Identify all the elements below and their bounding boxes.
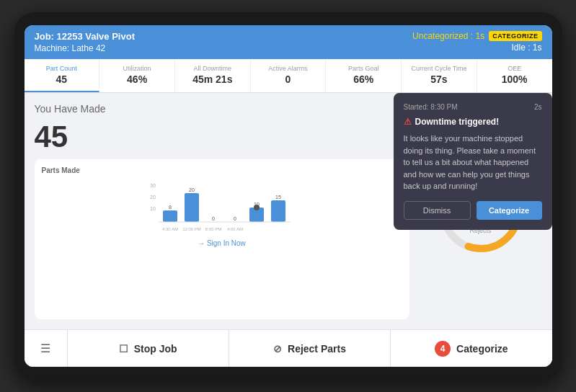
stat-part-count-label: Part Count <box>29 65 95 72</box>
svg-text:15: 15 <box>275 195 281 200</box>
stop-job-button[interactable]: ☐ Stop Job <box>68 330 229 367</box>
popup-title: ⚠ Downtime triggered! <box>404 117 542 127</box>
categorize-button[interactable]: 4 Categorize <box>391 330 551 367</box>
dismiss-button[interactable]: Dismiss <box>404 201 471 220</box>
stat-oee-value: 100% <box>482 74 548 85</box>
bottom-toolbar: ☰ ☐ Stop Job ⊘ Reject Parts 4 Categorize <box>25 329 552 367</box>
popup-started: Started: 8:30 PM <box>404 103 458 111</box>
stat-parts-goal[interactable]: Parts Goal 66% <box>326 59 402 92</box>
popup-body: It looks like your machine stopped doing… <box>404 133 542 192</box>
stat-alarms[interactable]: Active Alarms 0 <box>251 59 327 92</box>
header-job: Job: 12253 Valve Pivot <box>35 31 135 42</box>
stat-cycle-time[interactable]: Current Cycle Time 57s <box>402 59 477 92</box>
stat-utilization-value: 46% <box>104 74 170 85</box>
svg-text:8: 8 <box>169 205 172 210</box>
header-left: Job: 12253 Valve Pivot Machine: Lathe 42 <box>35 31 135 53</box>
header-uncategorized: Uncategorized : 1s CATEGORIZE <box>412 31 541 41</box>
stat-utilization[interactable]: Utilization 46% <box>99 59 175 92</box>
tablet-outer: Job: 12253 Valve Pivot Machine: Lathe 42… <box>14 12 562 380</box>
stat-alarms-label: Active Alarms <box>255 65 322 72</box>
svg-text:12:00 PM: 12:00 PM <box>182 227 201 231</box>
chart-area: Parts Made ? 30 20 10 8 <box>35 159 409 319</box>
stat-downtime-value: 45m 21s <box>180 74 246 85</box>
stat-oee-label: OEE <box>482 65 548 72</box>
popup-title-text: Downtime triggered! <box>415 117 500 127</box>
uncategorized-label: Uncategorized : 1s <box>412 31 484 41</box>
reject-parts-label: Reject Parts <box>288 343 346 355</box>
stat-downtime-label: All Downtime <box>180 65 246 72</box>
popup-time-badge: 2s <box>534 103 542 111</box>
categorize-popup-button[interactable]: Categorize <box>477 201 542 220</box>
svg-rect-3 <box>163 210 177 222</box>
stat-utilization-label: Utilization <box>104 65 170 72</box>
stat-parts-goal-value: 66% <box>330 74 396 85</box>
stop-job-icon: ☐ <box>119 343 128 355</box>
svg-text:20: 20 <box>150 195 156 200</box>
you-have-made-label: You Have Made <box>35 103 409 115</box>
svg-text:4:30 AM: 4:30 AM <box>161 227 177 231</box>
header-right: Uncategorized : 1s CATEGORIZE Idle : 1s <box>412 31 541 53</box>
stat-part-count-value: 45 <box>29 74 95 85</box>
sign-in-link[interactable]: → Sign In Now <box>42 239 402 247</box>
categorize-count-badge: 4 <box>435 341 451 357</box>
stat-alarms-value: 0 <box>255 74 322 85</box>
hamburger-icon: ☰ <box>40 342 50 355</box>
popup-actions: Dismiss Categorize <box>404 201 542 220</box>
popup-header-row: Started: 8:30 PM 2s <box>404 103 542 111</box>
svg-text:8:00 PM: 8:00 PM <box>205 227 221 231</box>
stat-cycle-time-value: 57s <box>406 74 472 85</box>
stat-downtime[interactable]: All Downtime 45m 21s <box>175 59 251 92</box>
tablet-screen: Job: 12253 Valve Pivot Machine: Lathe 42… <box>25 25 552 367</box>
chart-svg-container: 30 20 10 8 20 0 <box>42 179 402 236</box>
svg-text:0: 0 <box>234 216 236 221</box>
stop-job-label: Stop Job <box>134 343 177 355</box>
stat-oee[interactable]: OEE 100% <box>477 59 552 92</box>
stat-part-count[interactable]: Part Count 45 <box>25 59 100 92</box>
svg-point-20 <box>254 205 260 210</box>
stat-cycle-time-label: Current Cycle Time <box>406 65 472 72</box>
svg-text:20: 20 <box>189 187 195 192</box>
svg-text:30: 30 <box>150 183 156 188</box>
categorize-badge[interactable]: CATEGORIZE <box>489 31 541 41</box>
header: Job: 12253 Valve Pivot Machine: Lathe 42… <box>25 25 552 59</box>
stats-bar: Part Count 45 Utilization 46% All Downti… <box>25 59 552 93</box>
downtime-popup: Started: 8:30 PM 2s ⚠ Downtime triggered… <box>394 93 552 230</box>
chart-title: Parts Made <box>42 166 80 174</box>
svg-text:10: 10 <box>150 206 156 211</box>
svg-rect-5 <box>185 193 199 222</box>
svg-text:4:00 AM: 4:00 AM <box>226 227 242 231</box>
main-content: You Have Made 45 Parts Made ? 30 20 10 <box>25 93 552 329</box>
svg-text:0: 0 <box>212 216 215 221</box>
categorize-label: Categorize <box>456 343 508 355</box>
chart-svg: 30 20 10 8 20 0 <box>42 179 402 236</box>
chart-title-row: Parts Made ? <box>42 166 402 174</box>
toolbar-menu-button[interactable]: ☰ <box>25 330 68 367</box>
reject-parts-icon: ⊘ <box>273 343 282 355</box>
warning-icon: ⚠ <box>404 117 412 127</box>
stat-parts-goal-label: Parts Goal <box>330 65 396 72</box>
left-panel: You Have Made 45 Parts Made ? 30 20 10 <box>35 103 409 319</box>
header-machine: Machine: Lathe 42 <box>35 43 135 53</box>
big-part-count: 45 <box>35 122 409 152</box>
header-idle: Idle : 1s <box>412 43 541 53</box>
reject-parts-button[interactable]: ⊘ Reject Parts <box>229 330 391 367</box>
svg-rect-13 <box>271 200 285 222</box>
